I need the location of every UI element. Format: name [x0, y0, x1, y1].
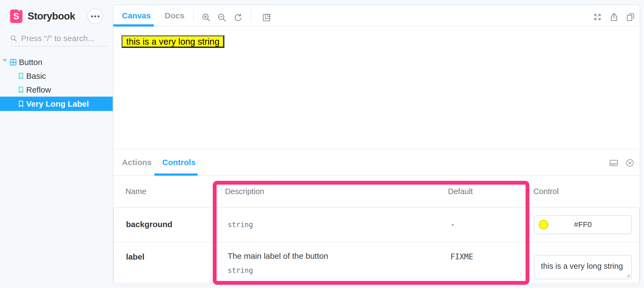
zoom-reset-button[interactable]	[233, 12, 243, 23]
component-grid-icon	[9, 58, 17, 66]
viewport-resize-icon	[262, 13, 271, 22]
color-swatch-icon	[539, 220, 548, 230]
zoom-in-button[interactable]	[201, 12, 212, 23]
args-table-body: background string - #FF0 label The main …	[113, 207, 640, 283]
bookmark-icon	[18, 86, 24, 94]
toolbar-divider	[193, 10, 194, 22]
active-tab-underline	[154, 174, 198, 176]
tree-item-reflow[interactable]: Reflow	[0, 83, 113, 97]
sidebar-menu-button[interactable]	[87, 8, 103, 24]
bookmark-icon	[18, 100, 24, 108]
column-header-name: Name	[125, 176, 146, 207]
tree-item-label: Basic	[26, 71, 46, 81]
tab-docs[interactable]: Docs	[165, 5, 184, 26]
label-text-input[interactable]: this is a very long string	[534, 255, 632, 279]
tree-item-button[interactable]: Button	[0, 55, 113, 69]
arg-default: FIXME	[450, 252, 473, 261]
table-row-label: label The main label of the button strin…	[114, 242, 639, 282]
search-bar	[10, 31, 108, 47]
sidebar: S Storybook Button	[0, 0, 113, 288]
column-header-default: Default	[448, 176, 473, 207]
ellipsis-icon	[91, 15, 93, 17]
zoom-out-button[interactable]	[217, 12, 227, 23]
story-tree: Button Basic Reflow Ver	[0, 55, 113, 111]
zoom-reset-icon	[233, 13, 243, 22]
storybook-logo-icon: S	[10, 9, 22, 23]
tab-canvas[interactable]: Canvas	[122, 5, 151, 26]
tab-controls[interactable]: Controls	[162, 149, 195, 175]
share-button[interactable]	[609, 12, 619, 22]
tree-item-label: Reflow	[26, 85, 51, 94]
arg-description: The main label of the button	[228, 251, 328, 261]
toolbar-divider	[251, 10, 251, 22]
arg-default: -	[450, 220, 455, 229]
panel-position-button[interactable]	[608, 158, 619, 168]
table-row-background: background string - #FF0	[114, 208, 639, 242]
close-panel-button[interactable]	[625, 158, 635, 168]
active-tab-underline	[113, 24, 154, 27]
close-icon	[625, 158, 635, 168]
panel-tabbar: Actions Controls	[113, 149, 640, 176]
copy-icon	[626, 12, 635, 22]
tree-item-basic[interactable]: Basic	[0, 69, 113, 83]
brand-title: Storybook	[28, 11, 75, 22]
preview-card: Canvas Docs	[113, 5, 640, 285]
arg-type: string	[228, 221, 253, 229]
arg-name: label	[126, 252, 144, 261]
fullscreen-icon	[593, 12, 602, 22]
column-header-description: Description	[225, 176, 264, 207]
bookmark-icon	[18, 72, 24, 80]
search-input[interactable]	[21, 34, 102, 43]
arg-type: string	[228, 266, 253, 274]
tree-item-label: Button	[19, 58, 42, 67]
viewport-resize-button[interactable]	[261, 12, 272, 23]
search-icon	[10, 35, 17, 42]
color-control-button[interactable]: #FF0	[534, 215, 632, 234]
fullscreen-button[interactable]	[592, 12, 603, 22]
share-icon	[609, 12, 619, 22]
tree-item-very-long-label[interactable]: Very Long Label	[0, 97, 113, 111]
zoom-in-icon	[201, 13, 211, 22]
toolbar: Canvas Docs	[113, 5, 640, 27]
color-value: #FF0	[574, 220, 592, 229]
panel-position-icon	[609, 158, 619, 168]
args-table-header-row: Name Description Default Control	[113, 176, 640, 207]
text-control: this is a very long string	[534, 255, 632, 279]
copy-button[interactable]	[625, 12, 636, 22]
tab-actions[interactable]: Actions	[122, 149, 152, 175]
column-header-control: Control	[533, 176, 559, 207]
tree-item-label: Very Long Label	[26, 99, 89, 109]
zoom-out-icon	[217, 13, 227, 22]
addon-panel: Actions Controls	[113, 149, 640, 284]
story-button[interactable]: this is a very long string	[121, 35, 224, 48]
brand-row: S Storybook	[10, 8, 103, 24]
caret-down-icon[interactable]	[2, 59, 7, 62]
arg-name: background	[126, 220, 172, 229]
